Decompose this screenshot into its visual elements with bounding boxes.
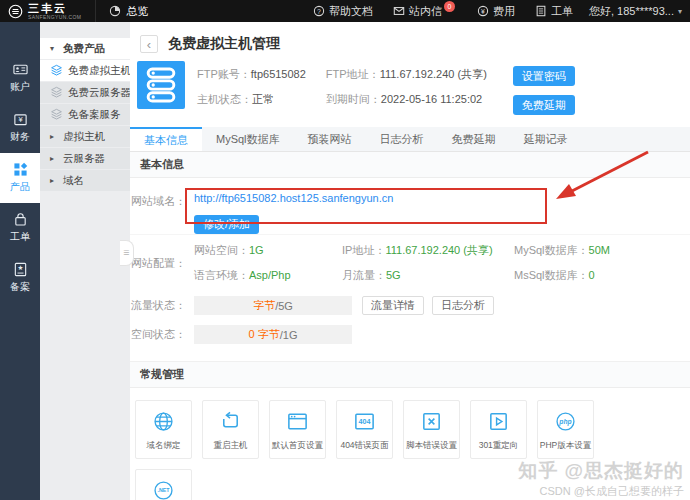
- manage-card-script-error[interactable]: 脚本错误设置: [403, 400, 460, 459]
- logo[interactable]: 三丰云 SANFENGYUN.COM: [0, 0, 96, 22]
- rail-item-tickets[interactable]: 工单: [0, 203, 40, 253]
- tab-preinstalled[interactable]: 预装网站: [294, 127, 366, 151]
- user-menu[interactable]: 您好, 185****93... ▾: [589, 4, 690, 19]
- layers-icon: [50, 108, 63, 121]
- topnav-overview[interactable]: 总览: [109, 4, 148, 19]
- space-progress-bar: 0 字节/1G: [194, 325, 352, 344]
- back-button[interactable]: ‹: [140, 35, 158, 53]
- topnav-messages[interactable]: 站内信 0: [393, 4, 457, 19]
- summary-buttons: 设置密码 免费延期: [513, 61, 575, 115]
- traffic-progress-bar: 字节/5G: [194, 296, 352, 315]
- svg-text:★: ★: [17, 264, 23, 271]
- free-renew-button[interactable]: 免费延期: [513, 95, 575, 115]
- user-label: 您好, 185****93...: [589, 4, 674, 19]
- sidebar-item-free-products[interactable]: ▾ 免费产品: [40, 38, 130, 59]
- host-status: 主机状态：正常: [197, 92, 306, 107]
- page-head: ‹ 免费虚拟主机管理: [130, 22, 690, 57]
- svg-text:¥: ¥: [481, 8, 485, 15]
- tab-renew-history[interactable]: 延期记录: [510, 127, 582, 151]
- svg-text:?: ?: [317, 8, 321, 15]
- tabbar: 基本信息 MySql数据库 预装网站 日志分析 免费延期 延期记录: [130, 127, 690, 152]
- page-title: 免费虚拟主机管理: [168, 35, 280, 53]
- site-domain-link[interactable]: http://ftp6515082.host125.sanfengyun.cn: [194, 192, 393, 204]
- space-row: 空间状态： 0 字节/1G: [130, 320, 690, 349]
- modify-add-button[interactable]: 修改/添加: [194, 215, 259, 234]
- sidebar-item-cloud-server[interactable]: ▸ 云服务器: [40, 148, 130, 169]
- topnav-label: 站内信: [409, 4, 442, 19]
- rail-item-products[interactable]: 产品: [0, 153, 40, 203]
- sidebar-item-label: 云服务器: [63, 152, 105, 166]
- manage-card-dotnet-version[interactable]: .NET.NET版本设置: [135, 469, 192, 500]
- domain-row: 网站域名： http://ftp6515082.host125.sanfengy…: [130, 178, 690, 234]
- manage-card-error-404[interactable]: 404404错误页面: [336, 400, 393, 459]
- mail-icon: [393, 5, 405, 17]
- manage-card-redirect-301[interactable]: 301重定向: [470, 400, 527, 459]
- ftp-address: FTP地址：111.67.192.240 (共享): [326, 67, 487, 82]
- log-analysis-button[interactable]: 日志分析: [432, 296, 494, 315]
- topnav-help-docs[interactable]: ?帮助文档: [313, 4, 373, 19]
- domain-content: http://ftp6515082.host125.sanfengyun.cn …: [186, 180, 393, 234]
- manage-card-domain-bind[interactable]: 域名绑定: [135, 400, 192, 459]
- summary-grid: FTP账号：ftp6515082 FTP地址：111.67.192.240 (共…: [197, 61, 487, 115]
- config-item: 语言环境：Asp/Php: [194, 268, 342, 283]
- svg-text:¥: ¥: [18, 115, 23, 124]
- layers-icon: [50, 86, 63, 99]
- traffic-label: 流量状态：: [130, 298, 186, 313]
- layers-icon: [50, 64, 63, 77]
- sidebar-item-domains[interactable]: ▸ 域名: [40, 170, 130, 191]
- manage-card-label: PHP版本设置: [540, 440, 591, 452]
- manage-card-label: 404错误页面: [340, 440, 388, 452]
- topnav-billing[interactable]: ¥费用: [477, 4, 515, 19]
- manage-card-label: 脚本错误设置: [406, 440, 457, 452]
- caret-icon: ▸: [50, 176, 58, 185]
- rail-item-label: 账户: [10, 80, 30, 94]
- manage-card-default-index[interactable]: 默认首页设置: [269, 400, 326, 459]
- logo-subtitle: SANFENGYUN.COM: [28, 15, 81, 20]
- section-basic-info: 基本信息: [130, 152, 690, 178]
- tab-free-renew[interactable]: 免费延期: [438, 127, 510, 151]
- tab-basic-info[interactable]: 基本信息: [130, 127, 202, 151]
- manage-card-label: 重启主机: [214, 440, 248, 452]
- errx-icon: [420, 410, 443, 433]
- dotnet-icon: .NET: [152, 479, 175, 500]
- expire-time: 到期时间：2022-05-16 11:25:02: [326, 92, 487, 107]
- manage-card-php-version[interactable]: phpPHP版本设置: [537, 400, 594, 459]
- topnav-label: 费用: [493, 4, 515, 19]
- question-icon: ?: [313, 5, 325, 17]
- config-item: IP地址：111.67.192.240 (共享): [342, 243, 514, 258]
- sidebar-item-free-beian[interactable]: 免备案服务: [40, 104, 130, 125]
- topnav-tickets[interactable]: 工单: [535, 4, 573, 19]
- ftp-account: FTP账号：ftp6515082: [197, 67, 306, 82]
- manage-card-restart-host[interactable]: 重启主机: [202, 400, 259, 459]
- bag-icon: [13, 212, 28, 227]
- tab-mysql[interactable]: MySql数据库: [202, 127, 294, 151]
- rail-item-account[interactable]: 账户: [0, 53, 40, 103]
- rail-item-label: 备案: [10, 280, 30, 294]
- sanfengyun-logo-icon: [8, 4, 23, 19]
- set-password-button[interactable]: 设置密码: [513, 66, 575, 86]
- topbar-right: ?帮助文档 站内信 0 ¥费用 工单: [313, 4, 573, 19]
- caret-icon: ▸: [50, 154, 58, 163]
- rail-item-label: 工单: [10, 230, 30, 244]
- config-item: 网站空间：1G: [194, 243, 342, 258]
- manage-card-label: 默认首页设置: [272, 440, 323, 452]
- sidebar-collapse-handle[interactable]: ☰: [120, 240, 134, 266]
- unread-badge: 0: [444, 1, 455, 12]
- php-icon: php: [554, 410, 577, 433]
- sidebar-item-free-cloud-server[interactable]: 免费云服务器: [40, 82, 130, 103]
- overview-label: 总览: [126, 4, 148, 19]
- sidebar-item-free-virtual-host[interactable]: 免费虚拟主机: [40, 60, 130, 81]
- topbar: 三丰云 SANFENGYUN.COM 总览 ?帮助文档 站内信 0 ¥费用 工单…: [0, 0, 690, 22]
- idcard-icon: [13, 62, 28, 77]
- tab-log-analysis[interactable]: 日志分析: [366, 127, 438, 151]
- rail-item-beian[interactable]: ★备案: [0, 253, 40, 303]
- traffic-detail-button[interactable]: 流量详情: [362, 296, 424, 315]
- manage-cards: 域名绑定 重启主机 默认首页设置 404404错误页面 脚本错误设置 301重定…: [130, 388, 610, 500]
- manage-card-label: 301重定向: [479, 440, 519, 452]
- sidebar-item-label: 免费虚拟主机: [68, 64, 131, 78]
- sidebar-item-label: 免费云服务器: [68, 86, 131, 100]
- stardoc-icon: ★: [13, 262, 28, 277]
- svg-text:.NET: .NET: [158, 487, 171, 493]
- sidebar-item-virtual-host[interactable]: ▸ 虚拟主机: [40, 126, 130, 147]
- rail-item-finance[interactable]: ¥财务: [0, 103, 40, 153]
